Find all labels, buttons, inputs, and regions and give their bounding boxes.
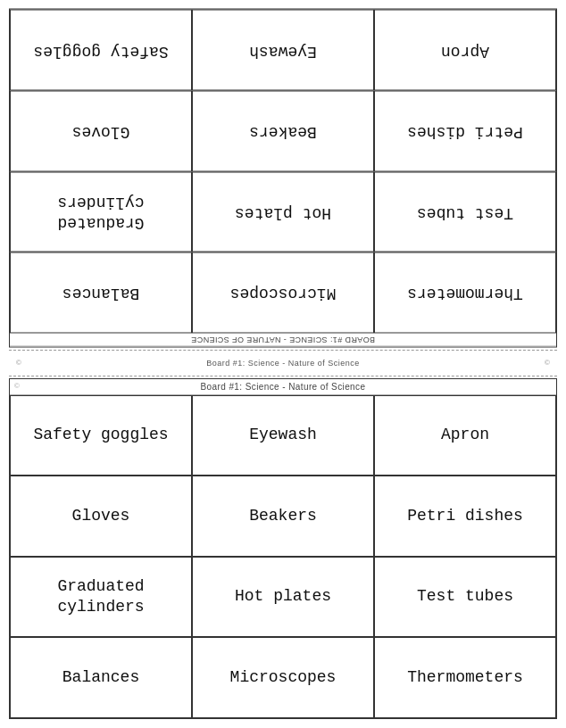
bottom-title-text: Board #1: Science - Nature of Science: [201, 382, 366, 392]
table-row: Beakers: [192, 476, 374, 557]
table-row: Graduated cylinders: [10, 557, 192, 638]
cell-gloves: Gloves: [72, 120, 130, 141]
cell-hot-plates-b: Hot plates: [235, 586, 331, 607]
table-row: Apron: [374, 10, 556, 91]
table-row: Eyewash: [192, 10, 374, 91]
page: BOARD #1: SCIENCE - NATURE OF SCIENCE Th…: [0, 0, 566, 728]
top-board-title: BOARD #1: SCIENCE - NATURE OF SCIENCE: [10, 334, 556, 347]
cell-petri-dishes-b: Petri dishes: [407, 506, 523, 526]
table-row: Apron: [374, 395, 556, 476]
bottom-grid: Safety goggles Eyewash Apron Gloves Beak…: [10, 395, 556, 719]
bottom-corner-left: ©: [14, 382, 20, 390]
top-title-text: BOARD #1: SCIENCE - NATURE OF SCIENCE: [191, 335, 375, 344]
cell-thermometers: Thermometers: [407, 283, 523, 303]
table-row: Hot plates: [192, 557, 374, 638]
table-row: Thermometers: [374, 252, 556, 334]
table-row: Petri dishes: [374, 476, 556, 557]
cell-balances: Balances: [62, 283, 139, 303]
table-row: Eyewash: [192, 395, 374, 476]
table-row: Microscopes: [192, 637, 374, 718]
cell-beakers: Beakers: [249, 120, 317, 141]
table-row: Safety goggles: [10, 395, 192, 476]
table-row: Petri dishes: [374, 91, 556, 172]
table-row: Gloves: [10, 91, 192, 172]
table-row: Hot plates: [192, 171, 374, 252]
table-row: Beakers: [192, 91, 374, 172]
cell-safety-goggles: Safety goggles: [33, 425, 168, 445]
table-row: Balances: [10, 637, 192, 718]
corner-label-right: ©: [545, 359, 550, 367]
table-row: Thermometers: [374, 637, 556, 718]
table-row: Balances: [10, 252, 192, 334]
table-row: Microscopes: [192, 252, 374, 334]
bottom-board-title: © Board #1: Science - Nature of Science: [10, 379, 556, 395]
cell-microscopes-b: Microscopes: [230, 667, 337, 688]
cell-apron: Apron: [441, 40, 489, 61]
table-row: Test tubes: [374, 557, 556, 638]
cell-petri-dishes: Petri dishes: [407, 120, 523, 141]
cell-thermometers-b: Thermometers: [407, 667, 523, 688]
table-row: Graduated cylinders: [10, 171, 192, 252]
cell-safety-goggles-top: Safety goggles: [33, 40, 168, 61]
corner-label-left: ©: [16, 359, 21, 367]
cell-microscopes: Microscopes: [230, 283, 337, 303]
separator: © Board #1: Science - Nature of Science …: [9, 350, 557, 376]
cell-graduated-cylinders: Graduated cylinders: [18, 191, 184, 233]
cell-apron-b: Apron: [441, 425, 489, 445]
cell-test-tubes-b: Test tubes: [417, 586, 513, 607]
top-half: BOARD #1: SCIENCE - NATURE OF SCIENCE Th…: [9, 9, 557, 348]
separator-label: Board #1: Science - Nature of Science: [206, 359, 360, 368]
cell-test-tubes: Test tubes: [417, 202, 513, 222]
cell-eyewash-b: Eyewash: [249, 425, 317, 445]
table-row: Gloves: [10, 476, 192, 557]
top-grid: Thermometers Microscopes Balances Test t…: [10, 10, 556, 334]
cell-eyewash: Eyewash: [249, 40, 317, 61]
table-row: Test tubes: [374, 171, 556, 252]
cell-graduated-cylinders-b: Graduated cylinders: [18, 576, 184, 618]
cell-balances-b: Balances: [62, 667, 139, 688]
cell-beakers-b: Beakers: [249, 506, 317, 526]
bottom-half: © Board #1: Science - Nature of Science …: [9, 378, 557, 720]
cell-hot-plates: Hot plates: [235, 202, 331, 222]
cell-gloves-b: Gloves: [72, 506, 130, 526]
table-row: Safety goggles: [10, 10, 192, 91]
